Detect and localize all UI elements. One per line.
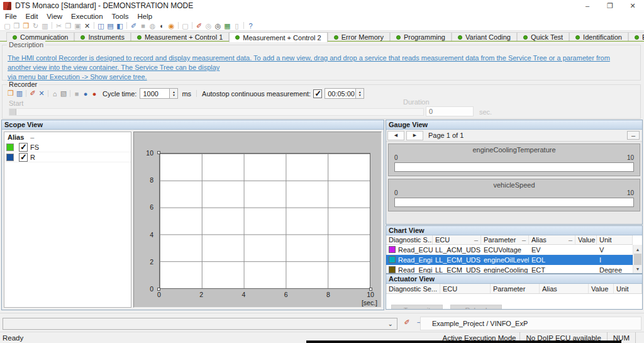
alias-row-fs[interactable]: FS xyxy=(4,142,131,152)
plot-handle[interactable] xyxy=(157,151,160,154)
refresh-icon[interactable]: ↻ xyxy=(31,21,40,30)
col-header-ecu[interactable]: ECU xyxy=(440,284,491,293)
menu-edit[interactable]: Edit xyxy=(21,13,43,20)
gauge-vehicle-speed[interactable]: vehicleSpeed 0 10 xyxy=(388,179,640,211)
recorder-save-icon[interactable]: ▥ xyxy=(15,89,24,98)
layout-left-icon[interactable]: ◫ xyxy=(96,21,106,30)
vertical-scrollbar[interactable]: ▲ ▼ xyxy=(633,245,642,273)
help-icon[interactable]: ? xyxy=(246,21,255,30)
restore-icon[interactable]: ❐ xyxy=(599,0,621,11)
cycle-time-input[interactable]: 1000 xyxy=(140,88,170,99)
project-path-field[interactable]: Example_Project / VINFO_ExP xyxy=(420,317,641,330)
tab-instruments[interactable]: Instruments xyxy=(74,32,130,42)
y-tick-label: 6 xyxy=(150,203,153,211)
close-icon[interactable]: ✕ xyxy=(621,0,644,11)
tab-variant-coding[interactable]: Variant Coding xyxy=(452,32,517,42)
transmit-button[interactable]: Transmit xyxy=(391,305,443,309)
table-row[interactable]: Read_ECU... LL_ACM_UDS ECUVoltage EV V xyxy=(386,245,633,255)
page-next-icon[interactable]: ▶ xyxy=(406,131,423,140)
chevron-down-icon[interactable]: ⌄ xyxy=(388,320,397,327)
col-header-parameter[interactable]: Parameter xyxy=(491,284,540,293)
x-tick-label: 10 xyxy=(367,291,374,298)
tab-expert-diagnostics[interactable]: Expert diagnostics xyxy=(628,32,644,42)
open-project-icon[interactable]: ❒ xyxy=(21,21,31,30)
tab-quick-test[interactable]: Quick Test xyxy=(517,32,569,42)
new-icon[interactable]: ▢ xyxy=(3,21,12,30)
record-icon[interactable]: ◐ xyxy=(157,21,167,30)
col-header-diagnostic-service[interactable]: Diagnostic S...– xyxy=(386,235,433,244)
edit-project-icon[interactable]: ✐ xyxy=(402,318,411,327)
pause-icon[interactable]: ◍ xyxy=(148,21,157,30)
minimize-icon[interactable]: – xyxy=(576,0,599,11)
layout-rows-icon[interactable]: ▤ xyxy=(106,21,115,30)
col-header-label: Value xyxy=(578,236,595,244)
reload-button[interactable]: Reload xyxy=(450,305,502,309)
copy-icon[interactable]: ❐ xyxy=(64,21,73,30)
recorder-record-icon[interactable]: ● xyxy=(81,90,90,98)
col-header-diagnostic-service[interactable]: Diagnostic Se...– xyxy=(386,284,440,293)
tab-communication[interactable]: Communication xyxy=(6,32,74,42)
scroll-down-icon[interactable]: ▼ xyxy=(633,264,642,273)
scope-chart-area[interactable]: 10 8 6 4 2 0 0 2 4 6 8 10 [sec.] xyxy=(133,132,382,308)
col-header-alias[interactable]: Alias xyxy=(540,284,589,293)
alias-column-header[interactable]: Alias – xyxy=(4,132,131,142)
cut-icon[interactable]: ✂ xyxy=(54,21,64,30)
menu-execution[interactable]: Execution xyxy=(67,13,108,20)
table-row[interactable]: Read_Engi... LL_ECM_UDS engineCooling EC… xyxy=(386,265,633,273)
recorder-stop-icon[interactable]: ■ xyxy=(72,90,81,98)
scrollbar-thumb[interactable] xyxy=(634,254,641,265)
open-icon[interactable]: ❒ xyxy=(12,21,21,30)
recorder-open-icon[interactable]: ❒ xyxy=(6,89,15,98)
menu-tools[interactable]: Tools xyxy=(108,13,133,20)
collapse-icon[interactable]: – xyxy=(627,131,640,140)
zoom-in-icon[interactable]: ◎ xyxy=(213,21,223,30)
stop-icon[interactable]: ■ xyxy=(138,21,148,30)
recorder-video-icon[interactable]: ● xyxy=(90,90,99,98)
save-icon[interactable]: ▥ xyxy=(40,21,50,30)
scroll-up-icon[interactable]: ▲ xyxy=(633,245,642,254)
col-header-value[interactable]: Value xyxy=(575,235,597,244)
tab-error-memory[interactable]: Error Memory xyxy=(328,32,390,42)
recorder-home-icon[interactable]: ⌂ xyxy=(50,90,59,98)
zoom-out-icon[interactable]: ◎ xyxy=(204,21,213,30)
tab-measurement-control-1[interactable]: Measurement + Control 1 xyxy=(131,32,229,42)
menu-view[interactable]: View xyxy=(42,13,67,20)
series-visibility-checkbox[interactable] xyxy=(19,153,28,162)
service-combobox[interactable]: ⌄ xyxy=(3,318,397,330)
duration-value-field: 0 xyxy=(426,106,474,116)
variant-icon[interactable]: ▦ xyxy=(223,21,232,30)
network-icon[interactable]: ◉ xyxy=(167,21,176,30)
tab-programming[interactable]: Programming xyxy=(390,32,452,42)
connect-icon[interactable]: ✐ xyxy=(129,21,138,30)
series-visibility-checkbox[interactable] xyxy=(19,143,28,152)
autostop-time-spinner[interactable] xyxy=(356,88,364,99)
table-row-selected[interactable]: Read_Engi... LL_ECM_UDS engineOilLevel E… xyxy=(386,255,633,265)
cycle-time-spinner[interactable] xyxy=(170,88,178,99)
flash-icon[interactable]: ✐ xyxy=(194,21,204,30)
menu-file[interactable]: File xyxy=(1,13,21,20)
autostop-time-input[interactable]: 00:05:00 xyxy=(325,88,356,99)
col-header-unit[interactable]: Unit xyxy=(597,235,633,244)
clipboard-icon[interactable]: ▯ xyxy=(232,21,242,30)
autostop-checkbox[interactable] xyxy=(313,89,322,98)
col-header-alias[interactable]: Alias– xyxy=(529,235,575,244)
tab-identification[interactable]: Identification xyxy=(569,32,628,42)
delete-icon[interactable]: ✕ xyxy=(82,21,92,30)
alias-row-r[interactable]: R xyxy=(4,152,131,162)
gauge-engine-cooling-temperature[interactable]: engineCoolingTemperature 0 10 xyxy=(388,143,640,176)
paste-icon[interactable]: ▣ xyxy=(73,21,82,30)
recorder-export-icon[interactable]: ▧ xyxy=(59,89,68,98)
description-link-text[interactable]: The HMI control Recorder is designed to … xyxy=(8,53,635,82)
frame-icon[interactable]: ▢ xyxy=(180,21,190,30)
col-header-ecu[interactable]: ECU– xyxy=(433,235,481,244)
recorder-marker-icon[interactable]: ✐ xyxy=(28,89,37,98)
tab-measurement-control-2[interactable]: Measurement + Control 2 xyxy=(229,32,327,42)
recorder-delete-icon[interactable]: ✕ xyxy=(37,89,46,98)
page-prev-icon[interactable]: ◀ xyxy=(387,131,404,140)
col-header-parameter[interactable]: Parameter– xyxy=(481,235,529,244)
col-header-value[interactable]: Value xyxy=(589,284,614,293)
menu-help[interactable]: Help xyxy=(133,13,157,20)
layout-grid-icon[interactable]: ◧ xyxy=(115,21,125,30)
col-header-unit[interactable]: Unit xyxy=(614,284,642,293)
x-tick-label: 6 xyxy=(284,291,288,298)
